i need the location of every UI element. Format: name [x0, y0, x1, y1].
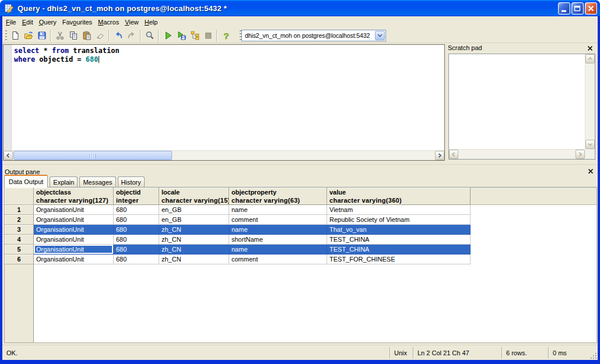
output-pane-close-button[interactable] — [588, 168, 594, 175]
cancel-query-button[interactable] — [201, 29, 215, 42]
toolbar-grip[interactable] — [5, 30, 7, 41]
scroll-right-button[interactable] — [435, 151, 444, 160]
minimize-button[interactable] — [558, 2, 570, 15]
execute-pgscript-button[interactable] — [174, 29, 188, 42]
grid-cell[interactable]: name — [229, 245, 327, 255]
cut-button[interactable] — [53, 29, 66, 42]
grid-corner-cell[interactable] — [5, 188, 34, 205]
new-file-button[interactable] — [8, 29, 22, 42]
maximize-button[interactable] — [571, 2, 584, 15]
status-panel-2: Ln 2 Col 21 Ch 47 — [413, 347, 501, 359]
grid-cell[interactable]: en_GB — [159, 205, 229, 215]
menu-help[interactable]: Help — [142, 17, 161, 27]
row-label[interactable]: 2 — [5, 215, 34, 225]
undo-button[interactable] — [111, 29, 125, 42]
scroll-up-button[interactable] — [585, 54, 595, 63]
grid-cell[interactable]: OrganisationUnit — [34, 255, 114, 264]
paste-button[interactable] — [80, 29, 93, 42]
grid-cell[interactable]: OrganisationUnit — [34, 235, 114, 245]
column-header-objectid[interactable]: objectidinteger — [114, 188, 159, 205]
execute-query-button[interactable] — [161, 29, 174, 42]
grid-cell[interactable]: 680 — [114, 205, 159, 215]
combo-dropdown-button[interactable] — [375, 31, 385, 40]
scratch-pad-panel: Scratch pad — [447, 44, 597, 161]
save-button[interactable] — [35, 29, 48, 42]
grid-cell[interactable]: shortName — [229, 235, 327, 245]
column-header-value[interactable]: valuecharacter varying(360) — [327, 188, 471, 205]
clear-window-button[interactable] — [93, 29, 107, 42]
grid-cell[interactable]: That_vo_van — [327, 225, 471, 235]
sql-editor-text[interactable]: select * from translationwhere objectid … — [14, 47, 443, 149]
grid-cell[interactable]: comment — [229, 215, 327, 225]
scratch-pad-vscrollbar[interactable] — [585, 54, 595, 149]
undo-icon — [114, 31, 123, 40]
tab-history[interactable]: History — [118, 176, 145, 187]
row-label[interactable]: 4 — [5, 235, 34, 245]
scratch-pad-hscrollbar[interactable] — [449, 149, 585, 159]
combo-grip[interactable] — [240, 30, 241, 41]
row-label[interactable]: 5 — [5, 245, 34, 255]
tab-messages[interactable]: Messages — [79, 176, 115, 187]
grid-cell[interactable]: 680 — [114, 245, 159, 255]
grid-cell[interactable]: Vietnam — [327, 205, 471, 215]
sql-editor-hscrollbar[interactable] — [3, 150, 444, 160]
scratch-pad-close-button[interactable] — [587, 45, 594, 52]
grid-cell[interactable]: comment — [229, 255, 327, 264]
grid-cell[interactable]: zh_CN — [159, 245, 229, 255]
grid-cell[interactable]: TEST_CHINA — [327, 235, 471, 245]
titlebar[interactable]: Query - dhis2_vn_ct_moh on postgres@loca… — [0, 0, 600, 16]
scroll-down-button[interactable] — [585, 140, 595, 149]
minimize-icon — [559, 3, 569, 13]
menu-query[interactable]: Query — [36, 17, 59, 27]
status-text: 6 rows. — [506, 349, 527, 356]
open-file-button[interactable] — [22, 29, 35, 42]
tab-explain[interactable]: Explain — [50, 176, 78, 187]
sql-editor[interactable]: select * from translationwhere objectid … — [3, 44, 445, 161]
data-output-grid[interactable]: objectclasscharacter varying(127)objecti… — [4, 187, 597, 343]
scroll-left-button[interactable] — [449, 150, 458, 159]
grid-cell[interactable]: OrganisationUnit — [34, 225, 114, 235]
grid-cell[interactable]: TEST_CHINA — [327, 245, 471, 255]
find-button[interactable] — [143, 29, 156, 42]
menu-view[interactable]: View — [122, 17, 142, 27]
grid-cell[interactable]: OrganisationUnit — [34, 205, 114, 215]
menu-edit[interactable]: Edit — [19, 17, 36, 27]
menu-favourites[interactable]: Favourites — [59, 17, 95, 27]
redo-button[interactable] — [125, 29, 138, 42]
scratch-pad-textarea[interactable] — [448, 54, 595, 160]
explain-query-button[interactable] — [188, 29, 201, 42]
clear-window-icon — [96, 31, 105, 40]
sql-token: * — [39, 47, 52, 55]
grid-cell[interactable]: 680 — [114, 215, 159, 225]
scrollbar-thumb[interactable] — [13, 151, 172, 160]
grid-cell[interactable]: OrganisationUnit — [34, 245, 114, 255]
grid-cell[interactable]: name — [229, 225, 327, 235]
grid-cell[interactable]: TEST_FOR_CHINESE — [327, 255, 471, 264]
help-button[interactable]: ? — [219, 29, 233, 42]
grid-cell[interactable]: Republic Society of Vietnam — [327, 215, 471, 225]
scroll-left-button[interactable] — [3, 151, 13, 160]
column-header-objectclass[interactable]: objectclasscharacter varying(127) — [34, 188, 114, 205]
copy-button[interactable] — [66, 29, 80, 42]
connection-combobox[interactable]: dhis2_vn_ct_moh on postgres@localhost:54… — [241, 30, 386, 41]
row-label[interactable]: 3 — [5, 225, 34, 235]
scroll-right-button[interactable] — [576, 150, 585, 159]
column-header-objectproperty[interactable]: objectpropertycharacter varying(63) — [229, 188, 327, 205]
row-label[interactable]: 6 — [5, 255, 34, 264]
grid-cell[interactable]: 680 — [114, 255, 159, 264]
grid-cell[interactable]: 680 — [114, 225, 159, 235]
grid-cell[interactable]: en_GB — [159, 215, 229, 225]
explain-query-icon — [190, 31, 199, 40]
column-header-locale[interactable]: localecharacter varying(15) — [159, 188, 229, 205]
close-button[interactable] — [585, 2, 597, 15]
grid-cell[interactable]: 680 — [114, 235, 159, 245]
grid-cell[interactable]: name — [229, 205, 327, 215]
grid-cell[interactable]: zh_CN — [159, 235, 229, 245]
menu-macros[interactable]: Macros — [95, 17, 122, 27]
menu-file[interactable]: File — [3, 17, 19, 27]
grid-cell[interactable]: zh_CN — [159, 225, 229, 235]
row-label[interactable]: 1 — [5, 205, 34, 215]
tab-data-output[interactable]: Data Output — [4, 175, 48, 188]
grid-cell[interactable]: zh_CN — [159, 255, 229, 264]
grid-cell[interactable]: OrganisationUnit — [34, 215, 114, 225]
